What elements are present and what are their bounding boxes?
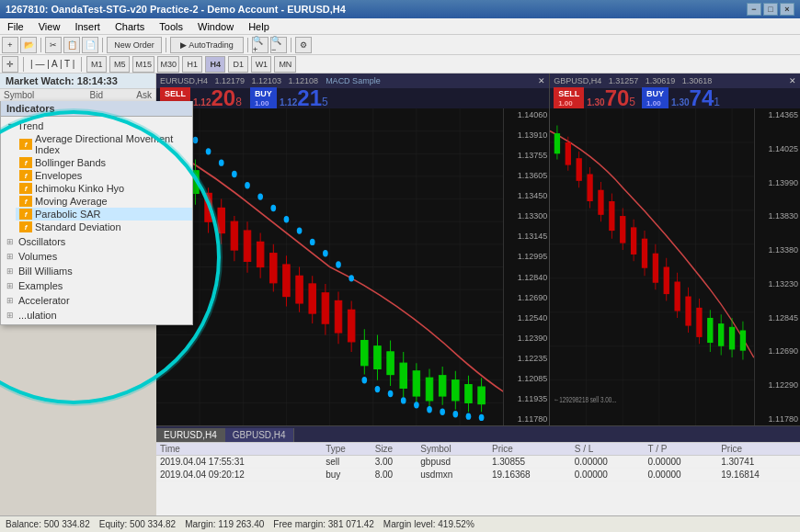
indicator-section-header-3[interactable]: ⊞ Bill Williams — [1, 265, 192, 277]
toolbar-new-btn[interactable]: + — [2, 37, 18, 53]
chart2-titlebar: GBPUSD,H4 1.31257 1.30619 1.30618 ✕ — [550, 74, 800, 88]
chart2-sell-price: 1.30 70 5 — [587, 87, 635, 109]
menu-insert[interactable]: Insert — [71, 20, 104, 33]
chart-tabs: EURUSD,H4 GBPUSD,H4 — [156, 425, 800, 442]
tab-eurusd[interactable]: EURUSD,H4 — [156, 428, 225, 442]
toolbar-cut-btn[interactable]: ✂ — [45, 37, 62, 53]
tf-m1[interactable]: M1 — [86, 56, 107, 73]
svg-rect-52 — [361, 341, 369, 366]
tf-m30[interactable]: M30 — [157, 56, 179, 73]
toolbar-copy-btn[interactable]: 📋 — [63, 37, 80, 53]
new-order-btn[interactable]: New Order — [107, 37, 162, 53]
col-bid: Bid — [58, 89, 107, 102]
svg-rect-70 — [478, 387, 486, 403]
trade-row[interactable]: 2019.04.04 09:20:12 buy 8.00 usdmxn 19.1… — [156, 469, 800, 481]
indicator-item-parabolic-sar[interactable]: f Parabolic SAR — [16, 208, 192, 221]
status-margin: Margin: 119 263.40 — [185, 519, 264, 529]
autotrading-btn[interactable]: ▶ AutoTrading — [170, 37, 244, 53]
toolbar-open-btn[interactable]: 📂 — [20, 37, 37, 53]
title-controls: − □ × — [747, 3, 794, 16]
menu-view[interactable]: View — [35, 20, 64, 33]
toolbar-paste-btn[interactable]: 📄 — [82, 37, 98, 53]
svg-rect-143 — [729, 327, 735, 350]
tf-w1[interactable]: W1 — [251, 56, 271, 73]
indicator-item-average-directional-movement-index[interactable]: f Average Directional Movement Index — [16, 132, 192, 156]
chart2-close-btn[interactable]: ✕ — [789, 76, 796, 85]
svg-rect-131 — [664, 267, 669, 295]
tab-gbpusd[interactable]: GBPUSD,H4 — [225, 428, 294, 442]
svg-rect-119 — [598, 190, 603, 215]
menu-help[interactable]: Help — [245, 20, 273, 33]
zoom-out-btn[interactable]: 🔍− — [270, 37, 287, 53]
indicator-item-moving-average[interactable]: f Moving Average — [16, 195, 192, 208]
trade-col-time: Time — [156, 443, 322, 456]
indicator-section-1: ⊞ Oscillators — [1, 234, 192, 249]
svg-point-73 — [193, 137, 199, 143]
svg-rect-113 — [566, 142, 571, 165]
svg-rect-145 — [740, 331, 746, 351]
svg-rect-141 — [718, 323, 724, 346]
section-label: Trend — [17, 120, 43, 131]
chart2-buy-label[interactable]: BUY1.00 — [642, 87, 669, 109]
indicator-item-ichimoku-kinko-hyo[interactable]: f Ichimoku Kinko Hyo — [16, 182, 192, 195]
menu-charts[interactable]: Charts — [111, 20, 148, 33]
trade-symbol: usdmxn — [417, 469, 488, 481]
indicator-section-header-1[interactable]: ⊞ Oscillators — [1, 235, 192, 248]
svg-rect-56 — [387, 352, 394, 375]
chart1-buy-label[interactable]: BUY1.00 — [250, 87, 277, 109]
svg-point-90 — [414, 402, 419, 408]
chart-gbpusd: GBPUSD,H4 1.31257 1.30619 1.30618 ✕ SELL… — [549, 74, 800, 425]
menu-window[interactable]: Window — [194, 20, 237, 33]
indicator-label: Standard Deviation — [35, 221, 121, 232]
svg-point-92 — [440, 409, 445, 415]
svg-rect-64 — [439, 376, 446, 396]
indicator-section-header-0[interactable]: ▼Trend — [1, 119, 192, 132]
menu-tools[interactable]: Tools — [155, 20, 187, 33]
collapse-icon: ⊞ — [6, 311, 14, 320]
menu-file[interactable]: File — [4, 20, 28, 33]
chart1-close-btn[interactable]: ✕ — [538, 76, 545, 85]
svg-rect-139 — [707, 318, 713, 343]
minimize-button[interactable]: − — [747, 3, 761, 16]
tf-sep-2 — [81, 57, 82, 72]
svg-rect-48 — [335, 300, 342, 333]
charts-row: EURUSD,H4 1.12179 1.12103 1.12108 MACD S… — [156, 74, 800, 425]
indicator-section-header-5[interactable]: ⊞ Accelerator — [1, 294, 192, 307]
svg-rect-133 — [675, 282, 680, 311]
market-watch-header: Market Watch: 18:14:33 — [0, 74, 155, 89]
collapse-icon: ⊞ — [6, 237, 14, 246]
crosshair-btn[interactable]: ✛ — [2, 56, 18, 73]
chart1-toolbar: SELL1.00 1.12 20 8 BUY1.00 1.12 21 — [156, 88, 549, 108]
section-label: ...ulation — [18, 310, 57, 321]
trade-size: 3.00 — [371, 456, 417, 469]
trade-row[interactable]: 2019.04.04 17:55:31 sell 3.00 gbpusd 1.3… — [156, 456, 800, 469]
tf-m15[interactable]: M15 — [132, 56, 154, 73]
close-button[interactable]: × — [780, 3, 794, 16]
svg-point-88 — [388, 391, 394, 397]
tf-mn[interactable]: MN — [274, 56, 296, 73]
indicator-section-header-6[interactable]: ⊞ ...ulation — [1, 309, 192, 322]
trade-time: 2019.04.04 17:55:31 — [156, 456, 322, 469]
macd-label: MACD Sample — [326, 76, 381, 85]
zoom-in-btn[interactable]: 🔍+ — [252, 37, 269, 53]
indicator-item-bollinger-bands[interactable]: f Bollinger Bands — [16, 156, 192, 169]
indicator-section-header-4[interactable]: ⊞ Examples — [1, 279, 192, 292]
indicator-section-header-2[interactable]: ⊞ Volumes — [1, 250, 192, 263]
svg-rect-127 — [642, 239, 647, 268]
trade-col-price2: Price — [717, 443, 800, 456]
svg-point-78 — [257, 193, 263, 199]
settings-btn[interactable]: ⚙ — [295, 37, 312, 53]
indicator-item-standard-deviation[interactable]: f Standard Deviation — [16, 221, 192, 233]
maximize-button[interactable]: □ — [763, 3, 778, 16]
tf-h1[interactable]: H1 — [182, 56, 202, 73]
tf-m5[interactable]: M5 — [109, 56, 130, 73]
indicator-item-envelopes[interactable]: f Envelopes — [16, 169, 192, 182]
chart2-sell-label[interactable]: SELL1.00 — [554, 87, 584, 109]
trade-sl: 0.00000 — [571, 456, 645, 469]
svg-rect-46 — [322, 293, 329, 323]
tf-sep-1 — [23, 57, 24, 72]
indicators-header: Indicators — [1, 101, 192, 117]
tf-d1[interactable]: D1 — [228, 56, 248, 73]
tf-h4[interactable]: H4 — [205, 56, 225, 73]
chart2-price-axis: 1.14365 1.14025 1.13990 1.13830 1.13380 … — [754, 108, 800, 425]
